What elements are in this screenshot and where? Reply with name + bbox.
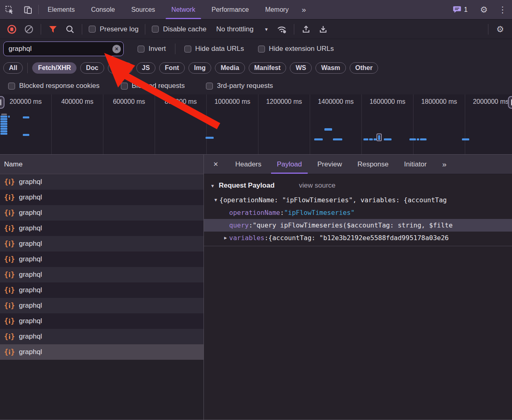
- chip-fetch-xhr[interactable]: Fetch/XHR: [32, 62, 77, 74]
- waterfall-bar[interactable]: [0, 120, 7, 122]
- waterfall-bar[interactable]: [0, 128, 7, 130]
- table-row[interactable]: {}graphql: [0, 282, 203, 298]
- network-conditions-button[interactable]: [274, 22, 290, 36]
- chip-wasm[interactable]: Wasm: [315, 62, 346, 74]
- chip-media[interactable]: Media: [215, 62, 245, 74]
- more-tabs-button[interactable]: »: [297, 0, 311, 19]
- tab-sources[interactable]: Sources: [123, 0, 163, 19]
- chip-all[interactable]: All: [3, 62, 23, 74]
- tab-performance[interactable]: Performance: [203, 0, 257, 19]
- more-details-tabs-button[interactable]: »: [434, 155, 454, 174]
- timeline-left-handle[interactable]: [0, 96, 4, 109]
- waterfall-bar[interactable]: [23, 134, 29, 136]
- issues-button[interactable]: 1: [448, 6, 473, 13]
- payload-entry-row[interactable]: ▶ variables: {accountTag: "b12e3b2192ee5…: [204, 232, 512, 244]
- tab-elements[interactable]: Elements: [39, 0, 83, 19]
- checkbox-box[interactable]: [89, 26, 96, 33]
- checkbox-box[interactable]: [258, 46, 265, 52]
- network-settings-gear-icon[interactable]: ⚙: [492, 22, 508, 36]
- payload-entry-row[interactable]: operationName: "ipFlowTimeseries": [204, 206, 512, 219]
- clear-filter-icon[interactable]: ×: [112, 45, 121, 53]
- waterfall-bar[interactable]: [206, 137, 214, 139]
- invert-checkbox[interactable]: Invert: [135, 45, 168, 53]
- waterfall-bar[interactable]: [374, 138, 376, 140]
- chip-manifest[interactable]: Manifest: [249, 62, 287, 74]
- waterfall-bar[interactable]: [1, 114, 7, 115]
- hide-data-urls-checkbox[interactable]: Hide data URLs: [182, 45, 247, 53]
- table-row[interactable]: {}graphql: [0, 174, 203, 190]
- waterfall-bar[interactable]: [8, 116, 10, 118]
- waterfall-bar[interactable]: [462, 138, 469, 140]
- table-row[interactable]: {}graphql: [0, 190, 203, 205]
- waterfall-bar[interactable]: [333, 138, 342, 140]
- inspect-element-button[interactable]: [0, 0, 19, 19]
- checkbox-box[interactable]: [152, 26, 159, 33]
- table-row-selected[interactable]: {}graphql: [0, 344, 203, 360]
- tab-console[interactable]: Console: [83, 0, 123, 19]
- export-har-button[interactable]: [315, 22, 331, 36]
- blocked-response-cookies-checkbox[interactable]: Blocked response cookies: [6, 82, 102, 90]
- table-row[interactable]: {}graphql: [0, 252, 203, 267]
- clear-network-log-button[interactable]: [21, 22, 37, 36]
- table-row[interactable]: {}graphql: [0, 205, 203, 221]
- chip-font[interactable]: Font: [159, 62, 185, 74]
- checkbox-box[interactable]: [184, 46, 191, 52]
- waterfall-bar[interactable]: [409, 138, 416, 140]
- tab-memory[interactable]: Memory: [257, 0, 297, 19]
- chip-ws[interactable]: WS: [290, 62, 312, 74]
- chip-js[interactable]: JS: [136, 62, 156, 74]
- table-row[interactable]: {}graphql: [0, 236, 203, 252]
- filter-input[interactable]: [4, 45, 123, 53]
- waterfall-bar[interactable]: [363, 138, 368, 140]
- name-column-header[interactable]: Name: [0, 155, 203, 174]
- table-row[interactable]: {}graphql: [0, 298, 203, 313]
- network-overview-timeline[interactable]: 200000 ms 400000 ms 600000 ms 800000 ms …: [0, 94, 512, 155]
- checkbox-box[interactable]: [121, 83, 128, 90]
- checkbox-box[interactable]: [8, 83, 15, 90]
- waterfall-bar[interactable]: [0, 123, 7, 125]
- hide-extension-urls-checkbox[interactable]: Hide extension URLs: [256, 45, 337, 53]
- waterfall-bar[interactable]: [0, 133, 7, 135]
- expand-triangle-icon[interactable]: ▼: [212, 197, 219, 203]
- chip-css[interactable]: CSS: [108, 62, 133, 74]
- tab-headers[interactable]: Headers: [228, 155, 269, 174]
- payload-summary-row[interactable]: ▼ {operationName: "ipFlowTimeseries", va…: [204, 194, 512, 206]
- tab-initiator[interactable]: Initiator: [396, 155, 435, 174]
- toggle-device-toolbar-button[interactable]: [19, 0, 37, 19]
- waterfall-bar[interactable]: [417, 138, 419, 140]
- waterfall-bar[interactable]: [0, 125, 7, 127]
- table-row[interactable]: {}graphql: [0, 329, 203, 344]
- timeline-right-handle[interactable]: [508, 96, 512, 109]
- record-network-log-button[interactable]: [4, 22, 20, 36]
- waterfall-bar[interactable]: [0, 118, 7, 120]
- waterfall-bar[interactable]: [314, 138, 323, 140]
- waterfall-bar[interactable]: [324, 128, 332, 131]
- waterfall-bar[interactable]: [23, 116, 29, 118]
- request-payload-section-header[interactable]: ▾ Request Payload view source: [204, 174, 512, 194]
- view-source-link[interactable]: view source: [299, 182, 336, 190]
- blocked-requests-checkbox[interactable]: Blocked requests: [118, 82, 187, 90]
- waterfall-bar[interactable]: [420, 138, 427, 140]
- settings-gear-icon[interactable]: ⚙: [475, 5, 493, 15]
- filter-toggle-button[interactable]: [45, 22, 61, 36]
- table-row[interactable]: {}graphql: [0, 221, 203, 236]
- payload-entry-row-selected[interactable]: query: "query ipFlowTimeseries($accountT…: [204, 219, 512, 232]
- tab-network[interactable]: Network: [163, 0, 203, 19]
- tab-payload[interactable]: Payload: [269, 155, 309, 174]
- expand-triangle-icon[interactable]: ▶: [222, 235, 229, 241]
- disable-cache-checkbox[interactable]: Disable cache: [149, 25, 209, 33]
- chip-other[interactable]: Other: [350, 62, 379, 74]
- throttling-select[interactable]: No throttling ▼: [210, 25, 273, 33]
- waterfall-bar[interactable]: [384, 138, 392, 140]
- collapse-triangle-icon[interactable]: ▾: [211, 183, 214, 189]
- waterfall-bar[interactable]: [369, 138, 373, 140]
- waterfall-bar[interactable]: [378, 135, 380, 140]
- close-details-icon[interactable]: ×: [204, 155, 228, 174]
- tab-response[interactable]: Response: [350, 155, 396, 174]
- waterfall-bar[interactable]: [0, 130, 7, 132]
- table-row[interactable]: {}graphql: [0, 267, 203, 282]
- search-button[interactable]: [62, 22, 78, 36]
- import-har-button[interactable]: [298, 22, 314, 36]
- tab-preview[interactable]: Preview: [310, 155, 350, 174]
- checkbox-box[interactable]: [206, 83, 213, 90]
